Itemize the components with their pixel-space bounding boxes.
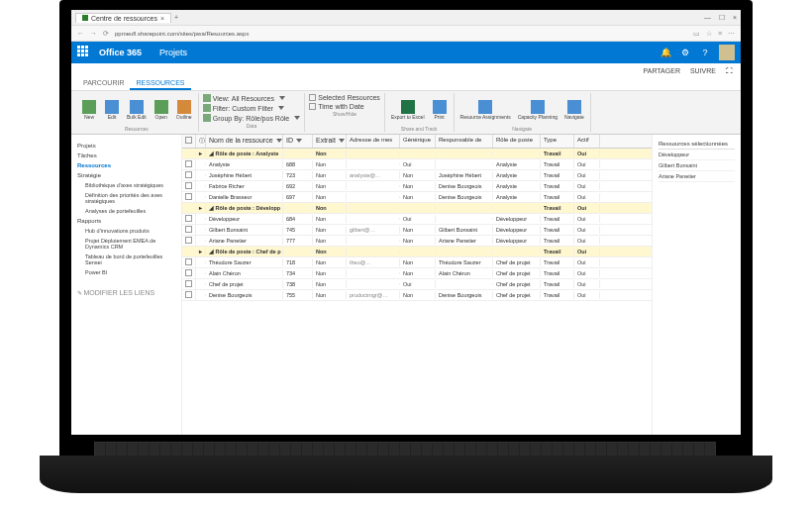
tab-parcourir[interactable]: PARCOURIR	[77, 77, 130, 90]
app-name: Projets	[159, 48, 187, 57]
url-field[interactable]: ppmeufl.sharepoint.com/sites/pwa/Resourc…	[115, 31, 687, 37]
browser-tab[interactable]: Centre de ressources ×	[75, 13, 171, 23]
nav-definition[interactable]: Définition des priorités des axes straté…	[75, 190, 177, 206]
outline-button[interactable]: Outline	[174, 93, 194, 126]
group-row[interactable]: ▸◢ Rôle de poste : DéveloppNonTravailOui	[182, 203, 652, 214]
row-checkbox[interactable]	[185, 160, 192, 167]
chevron-down-icon[interactable]	[279, 96, 285, 100]
back-icon[interactable]: ←	[77, 30, 84, 37]
row-checkbox[interactable]	[185, 171, 192, 178]
row-checkbox[interactable]	[185, 280, 192, 287]
help-icon[interactable]: ?	[699, 47, 711, 58]
table-row[interactable]: Théodore Sauzer718Nontheo@…NonThéodore S…	[182, 257, 652, 268]
table-row[interactable]: Chef de projet738NonOuiChef de projetTra…	[182, 279, 652, 290]
nav-tableau[interactable]: Tableau de bord de portefeuilles Sensei	[75, 252, 177, 267]
table-row[interactable]: Danielle Brasseur697NonNonDenise Bourgeo…	[182, 192, 652, 203]
column-responsable[interactable]: Responsable de	[436, 135, 493, 148]
new-tab-button[interactable]: +	[174, 14, 178, 21]
edit-button[interactable]: Edit	[102, 93, 122, 126]
nav-hub[interactable]: Hub d'innovations produits	[75, 226, 177, 236]
close-window-icon[interactable]: ×	[733, 14, 737, 22]
forward-icon[interactable]: →	[90, 30, 97, 37]
column-actif[interactable]: Actif	[574, 135, 600, 148]
settings-icon[interactable]: ⚙	[679, 47, 691, 58]
group-icon	[203, 114, 211, 122]
row-checkbox[interactable]	[185, 193, 192, 200]
group-select[interactable]: Rôle/pos Rôle	[246, 115, 289, 122]
chevron-down-icon[interactable]	[278, 106, 284, 110]
reading-icon[interactable]: ▭	[693, 30, 700, 38]
column-id[interactable]: ID	[283, 135, 313, 148]
nav-rapports[interactable]: Rapports	[75, 216, 177, 226]
bulk-edit-button[interactable]: Bulk Edit	[125, 93, 149, 126]
column-type[interactable]: Type	[541, 135, 574, 148]
chevron-down-icon[interactable]	[294, 116, 300, 120]
follow-button[interactable]: SUIVRE	[690, 67, 716, 74]
table-row[interactable]: Développeur684NonOuiDéveloppeurTravailOu…	[182, 214, 652, 225]
page-actions: PARTAGER SUIVRE ⛶	[71, 63, 741, 77]
ribbon-group-showhide: Show/Hide	[309, 111, 380, 117]
new-button[interactable]: New	[79, 93, 99, 126]
print-button[interactable]: Print	[430, 93, 450, 126]
row-checkbox[interactable]	[185, 291, 192, 298]
nav-ressources[interactable]: Ressources	[75, 160, 177, 170]
selected-item[interactable]: Gilbert Bonsaint	[659, 160, 735, 171]
favorite-icon[interactable]: ☆	[706, 30, 712, 38]
time-checkbox[interactable]	[309, 103, 316, 110]
resource-assign-button[interactable]: Resource Assignments	[458, 93, 513, 126]
nav-strategie[interactable]: Stratégie	[75, 170, 177, 180]
nav-projets[interactable]: Projets	[75, 141, 177, 151]
left-navigation: Projets Tâches Ressources Stratégie Bibl…	[71, 135, 182, 435]
group-row[interactable]: ▸◢ Rôle de poste : Chef de pNonTravailOu…	[182, 247, 652, 257]
row-checkbox[interactable]	[185, 269, 192, 276]
navigate-button[interactable]: Navigate	[562, 93, 586, 126]
table-row[interactable]: Joséphine Hébert723Nonanalyste@…NonJosép…	[182, 170, 652, 181]
open-button[interactable]: Open	[152, 93, 171, 126]
column-name[interactable]: Nom de la ressource	[206, 135, 283, 148]
tab-ressources[interactable]: RESSOURCES	[130, 77, 190, 90]
nav-edit-links[interactable]: ✎ MODIFIER LES LIENS	[75, 287, 177, 298]
nav-emea[interactable]: Projet Déploiement EMEA de Dynamics CRM	[75, 236, 177, 252]
avatar[interactable]	[719, 45, 735, 60]
column-email[interactable]: Adresse de mes	[347, 135, 400, 148]
nav-powerbi[interactable]: Power BI	[75, 267, 177, 277]
share-button[interactable]: PARTAGER	[644, 67, 680, 74]
refresh-icon[interactable]: ⟳	[103, 30, 109, 38]
app-launcher-icon[interactable]	[77, 46, 91, 59]
fullscreen-icon[interactable]: ⛶	[726, 67, 733, 74]
row-checkbox[interactable]	[185, 237, 192, 244]
export-excel-button[interactable]: Export to Excel	[389, 93, 427, 126]
selected-item[interactable]: Développeur	[659, 150, 735, 160]
info-column[interactable]: ⓘ	[196, 135, 206, 148]
row-checkbox[interactable]	[185, 215, 192, 222]
table-row[interactable]: Fabrice Richer692NonNonDenise BourgeoisA…	[182, 181, 652, 192]
column-generique[interactable]: Générique	[400, 135, 436, 148]
table-row[interactable]: Ariane Panetier777NonNonAriane PanetierD…	[182, 236, 652, 247]
maximize-icon[interactable]: ☐	[719, 14, 725, 22]
selected-item[interactable]: Ariane Panetier	[659, 171, 735, 182]
row-checkbox[interactable]	[185, 226, 192, 233]
minimize-icon[interactable]: —	[704, 14, 711, 22]
table-row[interactable]: Gilbert Bonsaint745Nongilbert@…NonGilber…	[182, 225, 652, 236]
table-row[interactable]: Alain Chéron734NonNonAlain ChéronChef de…	[182, 268, 652, 279]
notifications-icon[interactable]: 🔔	[660, 47, 671, 58]
select-all-checkbox[interactable]	[185, 137, 192, 144]
nav-taches[interactable]: Tâches	[75, 151, 177, 160]
table-row[interactable]: Analyste688NonOuiAnalysteTravailOui	[182, 159, 652, 170]
column-extrait[interactable]: Extrait	[313, 135, 347, 148]
group-row[interactable]: ▸◢ Rôle de poste : AnalysteNonTravailOui	[182, 149, 652, 159]
hub-icon[interactable]: ≡	[718, 30, 722, 37]
nav-analyses[interactable]: Analyses de portefeuilles	[75, 206, 177, 216]
row-checkbox[interactable]	[185, 258, 192, 265]
selected-checkbox[interactable]	[309, 94, 316, 101]
nav-bibliotheque[interactable]: Bibliothèque d'axes stratégiques	[75, 180, 177, 190]
filter-select[interactable]: Custom Filter	[232, 105, 273, 112]
table-row[interactable]: Denise Bourgeois755Nonproductmgr@…NonDen…	[182, 290, 652, 301]
row-checkbox[interactable]	[185, 182, 192, 189]
capacity-button[interactable]: Capacity Planning	[516, 93, 559, 126]
more-icon[interactable]: ⋯	[728, 30, 735, 38]
column-role[interactable]: Rôle de poste	[493, 135, 541, 148]
browser-titlebar: Centre de ressources × + — ☐ ×	[71, 10, 741, 26]
view-select[interactable]: All Resources	[232, 95, 274, 102]
close-icon[interactable]: ×	[160, 15, 164, 22]
